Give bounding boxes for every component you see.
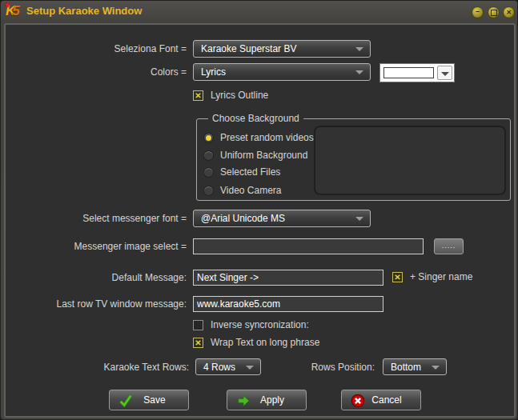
- text-rows-select[interactable]: 4 Rows: [195, 358, 261, 375]
- messenger-image-label: Messenger image select =: [33, 238, 187, 254]
- setup-karaoke-window: ★K5 Setup Karaoke Window Seleziona Font …: [0, 0, 518, 420]
- title-bar[interactable]: ★K5 Setup Karaoke Window: [1, 1, 517, 23]
- messenger-font-label: Select messenger font =: [33, 210, 187, 226]
- chevron-down-icon: [432, 366, 440, 370]
- seleziona-font-label: Seleziona Font =: [33, 41, 187, 57]
- color-swatch: [383, 67, 434, 78]
- messenger-font-select[interactable]: @Arial Unicode MS: [193, 210, 371, 227]
- text-rows-label: Karaoke Text Rows:: [75, 359, 189, 375]
- colors-select[interactable]: Lyrics: [193, 63, 371, 81]
- singer-name-checkbox[interactable]: [392, 272, 403, 282]
- radio-video-camera[interactable]: [203, 186, 214, 196]
- inverse-sync-label: Inverse syncronization:: [211, 319, 309, 332]
- chevron-down-icon: [246, 366, 254, 370]
- colors-label: Colors =: [33, 64, 187, 80]
- inverse-sync-checkbox[interactable]: [193, 320, 203, 330]
- cancel-button[interactable]: Cancel: [341, 390, 421, 410]
- maximize-button[interactable]: [488, 6, 500, 18]
- default-message-label: Default Message:: [33, 270, 187, 286]
- singer-name-label: + Singer name: [410, 271, 472, 284]
- last-row-message-input[interactable]: [193, 296, 383, 312]
- k5-logo-icon: ★K5: [6, 3, 26, 21]
- apply-button[interactable]: Apply: [227, 390, 307, 410]
- logo-digit-5: 5: [12, 3, 19, 18]
- radio-selected-files-label: Selected Files: [220, 166, 280, 179]
- messenger-image-input[interactable]: [193, 238, 424, 254]
- chevron-down-icon: [355, 70, 363, 74]
- apply-button-label: Apply: [227, 390, 306, 410]
- cancel-button-label: Cancel: [342, 390, 420, 410]
- window-title: Setup Karaoke Window: [26, 1, 142, 23]
- lyrics-outline-checkbox[interactable]: [193, 90, 203, 101]
- messenger-font-select-value: @Arial Unicode MS: [201, 213, 285, 224]
- color-picker-dropdown-button[interactable]: [437, 66, 452, 80]
- radio-selected-files[interactable]: [203, 167, 214, 178]
- radio-preset-random-videos[interactable]: [203, 133, 214, 143]
- radio-video-camera-label: Video Camera: [220, 185, 282, 198]
- chevron-down-icon: [355, 47, 363, 51]
- close-button[interactable]: [503, 6, 515, 18]
- choose-background-group: Choose Background Preset random videos U…: [196, 118, 511, 201]
- minimize-button[interactable]: [472, 6, 484, 18]
- rows-position-label: Rows Position:: [269, 359, 375, 375]
- color-picker[interactable]: [379, 63, 455, 82]
- rows-position-select-value: Bottom: [391, 362, 421, 373]
- text-rows-select-value: 4 Rows: [203, 362, 235, 373]
- wrap-text-label: Wrap Text on long phrase: [211, 337, 319, 350]
- lyrics-outline-label: Lyrics Outline: [211, 90, 268, 102]
- background-file-list[interactable]: [314, 126, 506, 195]
- radio-uniform-background-label: Uniform Background: [220, 150, 307, 162]
- chevron-down-icon: [355, 217, 363, 221]
- last-row-message-label: Last row TV window message:: [33, 296, 187, 312]
- radio-preset-random-videos-label: Preset random videos: [220, 132, 314, 145]
- rows-position-select[interactable]: Bottom: [383, 358, 447, 375]
- browse-button[interactable]: .....: [434, 238, 464, 254]
- default-message-input[interactable]: [193, 270, 383, 286]
- wrap-text-checkbox[interactable]: [193, 338, 203, 348]
- save-button-label: Save: [110, 390, 188, 410]
- star-icon: ★: [4, 1, 10, 9]
- save-button[interactable]: Save: [109, 390, 189, 410]
- font-select-value: Karaoke Superstar BV: [201, 43, 296, 54]
- radio-uniform-background[interactable]: [203, 150, 214, 161]
- font-select[interactable]: Karaoke Superstar BV: [193, 40, 371, 58]
- colors-select-value: Lyrics: [201, 66, 226, 78]
- choose-background-title: Choose Background: [208, 113, 303, 125]
